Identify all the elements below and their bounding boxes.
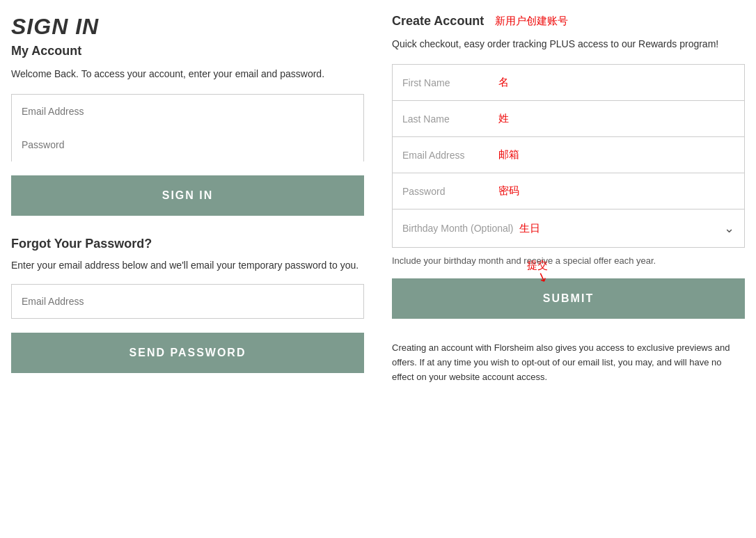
create-email-chinese: 邮箱	[498, 148, 519, 161]
create-password-field-row: Password 密码	[392, 173, 745, 209]
create-account-heading: Create Account	[392, 14, 484, 29]
login-email-input[interactable]	[12, 95, 363, 129]
birthday-hint-text: Include your birthday month and receive …	[392, 255, 745, 267]
first-name-field-row: First Name 名	[392, 64, 745, 100]
login-password-input[interactable]	[12, 128, 363, 161]
forgot-password-text: Enter your email address below and we'll…	[11, 258, 364, 273]
page-title: SIGN IN	[11, 14, 364, 40]
login-input-group	[11, 94, 364, 161]
submit-wrapper: 提交 ↘ SUBMIT	[392, 278, 745, 330]
forgot-password-heading: Forgot Your Password?	[11, 237, 364, 251]
create-password-label: Password	[402, 186, 493, 197]
last-name-field-row: Last Name 姓	[392, 100, 745, 136]
create-account-form: First Name 名 Last Name 姓 Email Address 邮…	[392, 64, 745, 248]
last-name-label: Last Name	[402, 113, 493, 125]
create-email-field-row: Email Address 邮箱	[392, 136, 745, 173]
submit-button[interactable]: SUBMIT	[392, 278, 745, 319]
chevron-down-icon: ⌄	[724, 221, 734, 236]
create-email-label: Email Address	[402, 150, 493, 161]
footer-text: Creating an account with Florsheim also …	[392, 341, 745, 384]
my-account-heading: My Account	[11, 44, 364, 58]
first-name-label: First Name	[402, 77, 493, 88]
right-column: Create Account 新用户创建账号 Quick checkout, e…	[392, 14, 745, 394]
first-name-chinese: 名	[498, 76, 509, 89]
signin-button[interactable]: SIGN IN	[11, 175, 364, 216]
left-column: SIGN IN My Account Welcome Back. To acce…	[11, 14, 364, 394]
birthday-label: Birthday Month (Optional)	[402, 223, 514, 234]
forgot-email-input[interactable]	[11, 284, 364, 319]
birthday-dropdown-row[interactable]: Birthday Month (Optional) 生日 ⌄	[392, 209, 745, 248]
create-account-chinese: 新用户创建账号	[495, 15, 568, 28]
first-name-input[interactable]	[509, 77, 734, 88]
create-email-input[interactable]	[519, 150, 734, 161]
create-account-description: Quick checkout, easy order tracking PLUS…	[392, 37, 745, 52]
send-password-button[interactable]: SEND PASSWORD	[11, 333, 364, 373]
submit-annotation: 提交 ↘	[527, 259, 548, 285]
last-name-input[interactable]	[509, 113, 734, 125]
create-password-input[interactable]	[519, 186, 734, 197]
create-password-chinese: 密码	[498, 184, 519, 198]
birthday-chinese: 生日	[519, 222, 540, 235]
welcome-text: Welcome Back. To access your account, en…	[11, 67, 364, 81]
create-account-header: Create Account 新用户创建账号	[392, 14, 745, 29]
last-name-chinese: 姓	[498, 112, 509, 125]
